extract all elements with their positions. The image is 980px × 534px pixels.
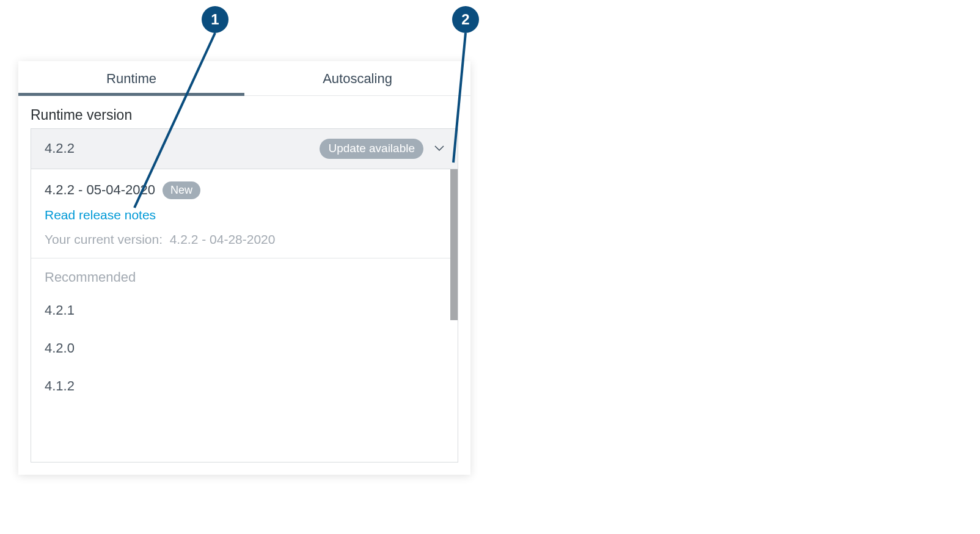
select-current-value: 4.2.2 xyxy=(45,141,75,156)
chevron-down-icon xyxy=(434,144,444,153)
tab-label: Autoscaling xyxy=(323,71,392,86)
callout-number: 2 xyxy=(461,11,469,28)
scrollbar-track xyxy=(450,169,458,462)
tab-runtime[interactable]: Runtime xyxy=(18,61,244,95)
select-right-group: Update available xyxy=(320,139,444,159)
current-version-prefix: Your current version: xyxy=(45,232,163,246)
runtime-version-select-wrap: 4.2.2 Update available xyxy=(31,128,458,169)
runtime-version-dropdown: 4.2.2 - 05-04-2020 New Read release note… xyxy=(31,169,458,463)
dropdown-item[interactable]: 4.2.1 xyxy=(31,291,458,329)
dropdown-latest-label: 4.2.2 - 05-04-2020 xyxy=(45,182,155,198)
dropdown-latest-row: 4.2.2 - 05-04-2020 New xyxy=(45,181,444,199)
tabs-row: Runtime Autoscaling xyxy=(18,61,470,96)
callout-number: 1 xyxy=(211,11,219,28)
runtime-version-label: Runtime version xyxy=(31,107,458,123)
callout-marker-2: 2 xyxy=(452,6,479,33)
runtime-version-select[interactable]: 4.2.2 Update available xyxy=(31,128,458,169)
current-version-value: 4.2.2 - 04-28-2020 xyxy=(170,232,276,246)
dropdown-latest-block: 4.2.2 - 05-04-2020 New Read release note… xyxy=(31,169,458,258)
recommended-label: Recommended xyxy=(31,258,458,291)
update-available-badge: Update available xyxy=(320,139,423,159)
dropdown-item[interactable]: 4.1.2 xyxy=(31,367,458,405)
tab-label: Runtime xyxy=(106,71,156,86)
current-version-row: Your current version: 4.2.2 - 04-28-2020 xyxy=(45,232,444,247)
new-badge: New xyxy=(163,181,200,199)
scrollbar-thumb[interactable] xyxy=(450,169,458,320)
tab-autoscaling[interactable]: Autoscaling xyxy=(244,61,470,95)
dropdown-item[interactable]: 4.2.0 xyxy=(31,329,458,367)
callout-marker-1: 1 xyxy=(202,6,229,33)
release-notes-link[interactable]: Read release notes xyxy=(45,208,156,222)
runtime-section: Runtime version xyxy=(18,96,470,123)
settings-panel: Runtime Autoscaling Runtime version 4.2.… xyxy=(18,61,470,475)
